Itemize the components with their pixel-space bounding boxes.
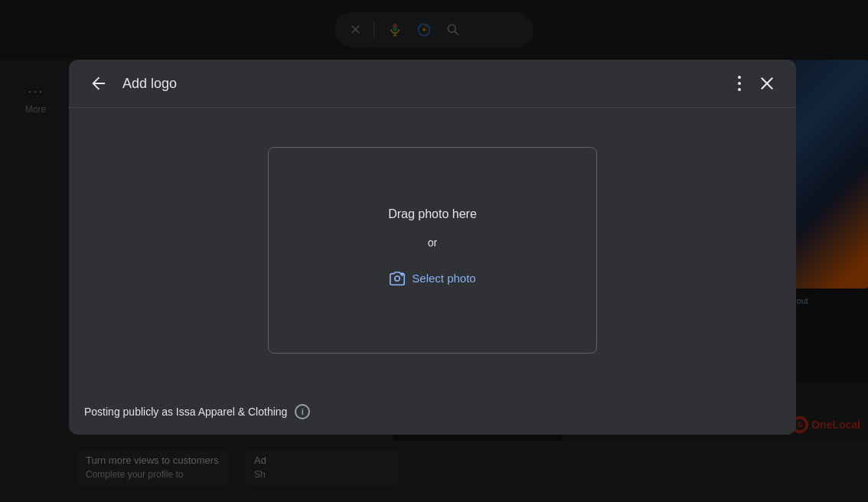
modal-body: Drag photo here or Select photo [69, 108, 796, 392]
add-logo-modal: Add logo Drag photo here or [69, 60, 796, 435]
drag-text: Drag photo here [388, 207, 477, 221]
camera-add-icon [389, 270, 406, 287]
modal-header: Add logo [69, 60, 796, 108]
more-options-button[interactable] [732, 73, 747, 94]
modal-title: Add logo [122, 76, 732, 92]
back-button[interactable] [84, 72, 113, 95]
modal-footer: Posting publicly as Issa Apparel & Cloth… [69, 392, 796, 435]
close-button[interactable] [753, 73, 781, 94]
select-photo-button[interactable]: Select photo [377, 264, 488, 293]
drop-zone[interactable]: Drag photo here or Select photo [268, 147, 597, 354]
vertical-dots-icon [738, 76, 741, 91]
info-symbol: i [302, 407, 304, 416]
svg-point-13 [395, 275, 400, 280]
posting-as-text: Posting publicly as Issa Apparel & Cloth… [84, 406, 287, 418]
info-icon[interactable]: i [295, 404, 310, 419]
or-text: or [428, 236, 437, 249]
select-photo-label: Select photo [412, 272, 475, 285]
